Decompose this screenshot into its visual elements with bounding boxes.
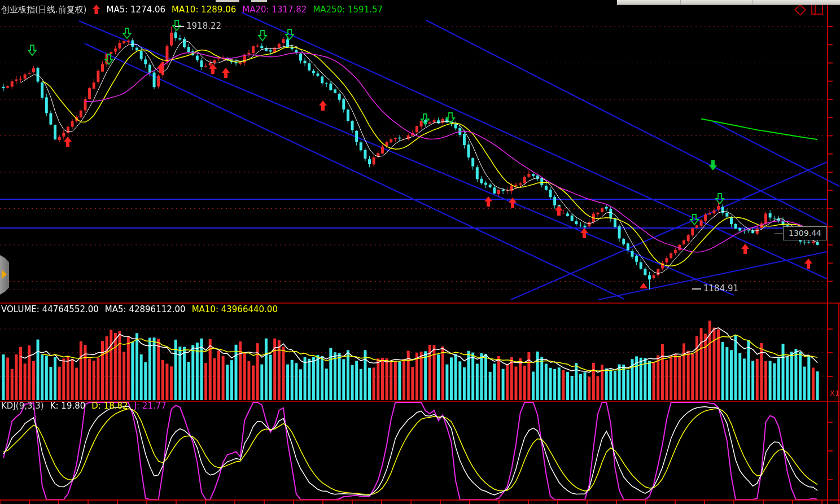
kdj-j-value: J: 21.77 bbox=[134, 401, 167, 411]
titlebar-divider bbox=[680, 0, 681, 5]
titlebar-divider bbox=[752, 0, 753, 5]
expand-side-panel-tab[interactable] bbox=[0, 255, 9, 295]
window-titlebar-strip[interactable] bbox=[617, 0, 840, 5]
volume-header: VOLUME: 44764552.00MA5: 42896112.00MA10:… bbox=[1, 304, 284, 314]
last-price-label: 1309.44 bbox=[783, 226, 827, 240]
ma5-value: MA5: 1274.06 bbox=[106, 5, 165, 15]
expand-panel-arrow-icon bbox=[2, 270, 7, 279]
volume-ma5-value: MA5: 42896112.00 bbox=[105, 304, 186, 314]
up-arrow-icon bbox=[93, 5, 100, 16]
background-window-fragment bbox=[216, 0, 239, 2]
kdj-k-value: K: 19.80 bbox=[50, 401, 86, 411]
high-price-label: 1918.22 bbox=[186, 21, 221, 31]
kdj-title: KDJ(9,3,3) bbox=[1, 401, 44, 411]
ma20-value: MA20: 1317.82 bbox=[242, 5, 307, 15]
chart-canvas[interactable] bbox=[0, 0, 840, 504]
symbol-title: 创业板指(日线.前复权) bbox=[1, 5, 86, 15]
ma10-value: MA10: 1289.06 bbox=[172, 5, 236, 15]
volume-value: VOLUME: 44764552.00 bbox=[1, 304, 99, 314]
kdj-header: KDJ(9,3,3)K: 19.80D: 18.82J: 21.77 bbox=[1, 401, 173, 411]
kdj-d-value: D: 18.82 bbox=[91, 401, 128, 411]
window-split-icon[interactable] bbox=[811, 4, 823, 15]
low-price-label: 1184.91 bbox=[703, 283, 738, 293]
main-chart-header: 创业板指(日线.前复权)MA5: 1274.06MA10: 1289.06MA2… bbox=[1, 5, 389, 16]
ma250-value: MA250: 1591.57 bbox=[313, 5, 383, 15]
stock-chart-window: 创业板指(日线.前复权)MA5: 1274.06MA10: 1289.06MA2… bbox=[0, 0, 840, 504]
volume-ma10-value: MA10: 43966440.00 bbox=[192, 304, 278, 314]
background-window-fragment bbox=[251, 0, 267, 2]
scale-x1-label[interactable]: X1 bbox=[830, 389, 839, 397]
